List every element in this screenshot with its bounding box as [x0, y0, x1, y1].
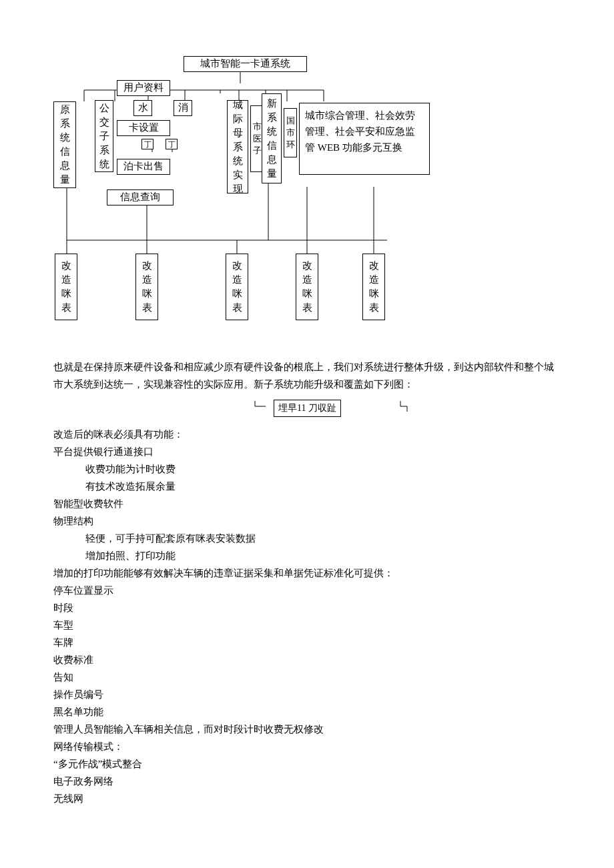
box-bus-subsystem: 公交子系统 — [95, 100, 113, 172]
line-period: 时段 — [53, 600, 561, 616]
line-multi-combat: “多元作战”模式整合 — [53, 756, 561, 772]
line-plate: 车牌 — [53, 634, 561, 650]
line-blacklist: 黑名单功能 — [53, 704, 561, 720]
box-small-1: 丁 — [141, 139, 154, 149]
line-photo-print: 增加拍照、打印功能 — [53, 548, 561, 564]
line-timed-fee: 收费功能为计时收费 — [53, 461, 561, 477]
box-transform-2: 改造咪表 — [135, 254, 158, 320]
box-transform-3: 改造咪表 — [226, 254, 248, 320]
box-info-query: 信息查询 — [107, 189, 174, 205]
box-water: 水 — [133, 100, 152, 116]
box-card-sale: 泊卡出售 — [117, 159, 170, 175]
line-egov-network: 电子政务网络 — [53, 773, 561, 789]
box-guo-shi-huan: 国市环 — [284, 108, 297, 157]
line-notice: 告知 — [53, 669, 561, 685]
line-physical-structure: 物理结构 — [53, 513, 561, 529]
line-expansion-margin: 有技术改造拓展余量 — [53, 478, 561, 494]
body-content: 也就是在保持原来硬件设备和相应减少原有硬件设备的根底上，我们对系统进行整体升级，… — [0, 359, 614, 835]
line-manager-note: 管理人员智能输入车辆相关信息，而对时段计时收费无权修改 — [53, 721, 561, 737]
box-intercity-mother: 城际母系统实现 — [227, 100, 248, 193]
line-bank-interface: 平台提供银行通道接口 — [53, 444, 561, 460]
mini-diagram: 埋早11 刀収趾 — [53, 398, 561, 418]
line-vehicle-type: 车型 — [53, 617, 561, 633]
line-operator-id: 操作员编号 — [53, 687, 561, 703]
box-transform-5: 改造咪表 — [362, 254, 385, 320]
box-transform-1: 改造咪表 — [55, 254, 77, 320]
box-new-system-info: 新系统信息量 — [262, 93, 282, 183]
line-portable: 轻便，可手持可配套原有咪表安装数据 — [53, 530, 561, 546]
box-user-data: 用户资料 — [117, 80, 170, 96]
box-transform-4: 改造咪表 — [296, 254, 318, 320]
box-small-2: 丁 — [166, 139, 178, 149]
line-print-benefit: 增加的打印功能能够有效解决车辆的违章证据采集和单据凭证标准化可提供： — [53, 565, 561, 581]
line-smart-software: 智能型收费软件 — [53, 496, 561, 512]
line-requirements-heading: 改造后的咪表必须具有功能： — [53, 426, 561, 442]
box-right-description: 城市综合管理、社会效劳管理、社会平安和应急监管 WEB 功能多元互换 — [299, 103, 430, 175]
line-parking-display: 停车位置显示 — [53, 582, 561, 598]
line-wireless: 无线网 — [53, 791, 561, 807]
paragraph-intro: 也就是在保持原来硬件设备和相应减少原有硬件设备的根底上，我们对系统进行整体升级，… — [53, 359, 561, 393]
top-diagram: 城市智能一卡通系统 用户资料 原系统信息量 公交子系统 水 消 卡设置 丁 丁 … — [53, 53, 440, 354]
diagram-title: 城市智能一卡通系统 — [184, 56, 307, 72]
box-card-setting: 卡设置 — [117, 120, 170, 136]
box-fire: 消 — [174, 100, 192, 116]
line-network-mode: 网络传输模式： — [53, 739, 561, 755]
line-fee-standard: 收费标准 — [53, 652, 561, 668]
box-original-system-info: 原系统信息量 — [53, 101, 76, 188]
mini-box-label: 埋早11 刀収趾 — [274, 400, 341, 417]
